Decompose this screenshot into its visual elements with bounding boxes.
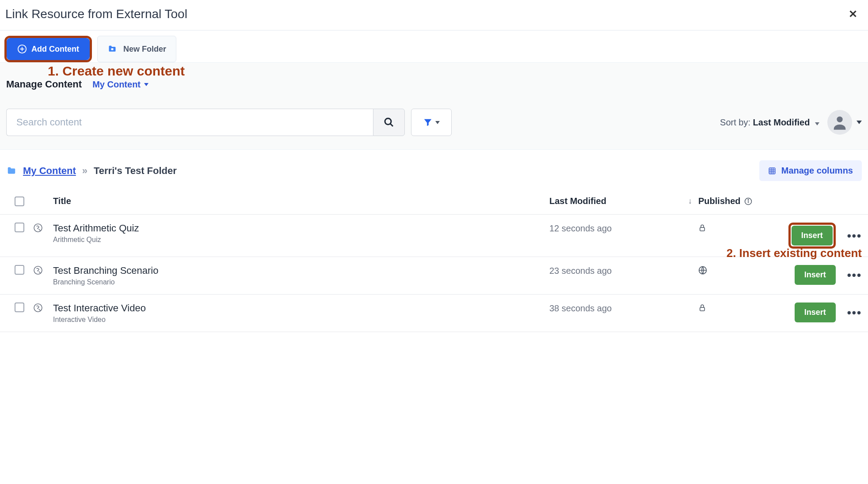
info-icon bbox=[744, 197, 752, 205]
table-row: Test Branching ScenarioBranching Scenari… bbox=[0, 257, 868, 295]
svg-rect-16 bbox=[700, 227, 705, 231]
close-icon[interactable]: ✕ bbox=[843, 8, 863, 20]
svg-point-6 bbox=[837, 117, 842, 122]
row-subtitle: Arithmetic Quiz bbox=[53, 236, 549, 244]
row-published-icon bbox=[698, 265, 773, 275]
sort-prefix: Sort by: bbox=[720, 117, 750, 127]
annotation-highlight-insert: Insert bbox=[788, 223, 836, 249]
breadcrumb-row: My Content » Terri's Test Folder Manage … bbox=[0, 150, 868, 190]
row-modified: 38 seconds ago bbox=[549, 302, 700, 314]
row-modified: 23 seconds ago bbox=[549, 265, 700, 276]
row-modified: 12 seconds ago bbox=[549, 223, 700, 234]
annotation-create: 1. Create new content bbox=[48, 64, 862, 79]
add-content-button[interactable]: Add Content bbox=[7, 38, 90, 60]
column-header-modified[interactable]: Last Modified bbox=[549, 196, 700, 206]
folder-icon bbox=[6, 166, 17, 176]
row-title[interactable]: Test Interactive Video bbox=[53, 302, 549, 314]
column-header-title[interactable]: Title bbox=[50, 196, 549, 206]
content-table: Title Last Modified ↓ Published Test Ari… bbox=[0, 190, 868, 332]
column-header-published[interactable]: Published bbox=[698, 196, 773, 206]
grid-icon bbox=[768, 167, 776, 175]
folder-icon bbox=[107, 45, 117, 53]
manage-content-label: Manage Content bbox=[6, 79, 82, 90]
row-checkbox[interactable] bbox=[15, 265, 24, 275]
primary-toolbar: Add Content New Folder bbox=[0, 30, 868, 62]
table-header: Title Last Modified ↓ Published bbox=[0, 190, 868, 215]
manage-columns-label: Manage columns bbox=[781, 166, 853, 176]
svg-point-14 bbox=[748, 199, 749, 200]
breadcrumb-current: Terri's Test Folder bbox=[94, 165, 177, 177]
select-all-checkbox[interactable] bbox=[15, 197, 24, 206]
content-scope-label: My Content bbox=[92, 79, 141, 90]
search-row: Sort by: Last Modified bbox=[6, 109, 862, 136]
content-type-icon bbox=[33, 265, 43, 276]
search-icon bbox=[384, 117, 394, 128]
row-title[interactable]: Test Branching Scenario bbox=[53, 265, 549, 276]
insert-button[interactable]: Insert bbox=[795, 302, 836, 322]
svg-line-5 bbox=[390, 124, 393, 126]
breadcrumb-separator: » bbox=[82, 165, 88, 177]
published-label: Published bbox=[698, 196, 741, 206]
table-row: Test Interactive VideoInteractive Video3… bbox=[0, 295, 868, 332]
content-type-icon bbox=[33, 302, 43, 313]
modal-header: Link Resource from External Tool ✕ bbox=[0, 0, 868, 30]
row-published-icon bbox=[698, 302, 773, 312]
new-folder-button[interactable]: New Folder bbox=[97, 36, 176, 62]
chevron-down-icon bbox=[144, 83, 148, 86]
plus-circle-icon bbox=[17, 44, 27, 54]
search-wrap bbox=[6, 109, 405, 136]
insert-button[interactable]: Insert bbox=[795, 265, 836, 285]
row-published-icon bbox=[698, 223, 773, 232]
user-menu[interactable] bbox=[827, 110, 862, 135]
more-actions-icon[interactable]: ••• bbox=[847, 269, 862, 281]
search-button[interactable] bbox=[373, 109, 405, 136]
row-subtitle: Interactive Video bbox=[53, 316, 549, 324]
svg-rect-7 bbox=[769, 168, 775, 174]
funnel-icon bbox=[423, 117, 433, 127]
content-scope-dropdown[interactable]: My Content bbox=[92, 79, 148, 90]
content-type-icon bbox=[33, 223, 43, 233]
insert-button[interactable]: Insert bbox=[792, 226, 833, 246]
chevron-down-icon bbox=[857, 121, 862, 124]
sort-descending-icon: ↓ bbox=[688, 197, 692, 206]
manage-columns-button[interactable]: Manage columns bbox=[759, 160, 862, 181]
filter-button[interactable] bbox=[411, 109, 452, 136]
chevron-down-icon bbox=[815, 122, 819, 125]
sort-by[interactable]: Sort by: Last Modified bbox=[720, 117, 819, 128]
add-content-label: Add Content bbox=[31, 45, 79, 54]
row-subtitle: Branching Scenario bbox=[53, 278, 549, 286]
row-checkbox[interactable] bbox=[15, 302, 24, 312]
row-checkbox[interactable] bbox=[15, 223, 24, 232]
filter-band: 1. Create new content Manage Content My … bbox=[0, 62, 868, 150]
new-folder-label: New Folder bbox=[123, 45, 166, 54]
avatar bbox=[827, 110, 852, 135]
page-title: Link Resource from External Tool bbox=[5, 7, 187, 21]
sort-group: Sort by: Last Modified bbox=[720, 110, 862, 135]
person-icon bbox=[831, 113, 849, 131]
manage-content-row: Manage Content My Content bbox=[6, 79, 862, 90]
row-title[interactable]: Test Arithmetic Quiz bbox=[53, 223, 549, 234]
annotation-highlight-add: Add Content bbox=[4, 36, 92, 62]
breadcrumb-root-link[interactable]: My Content bbox=[23, 165, 76, 177]
search-input[interactable] bbox=[6, 109, 373, 136]
more-actions-icon[interactable]: ••• bbox=[847, 307, 862, 318]
more-actions-icon[interactable]: ••• bbox=[847, 230, 862, 242]
chevron-down-icon bbox=[435, 121, 440, 124]
sort-value: Last Modified bbox=[753, 117, 810, 127]
svg-rect-3 bbox=[111, 48, 113, 50]
svg-rect-20 bbox=[700, 307, 705, 311]
breadcrumb: My Content » Terri's Test Folder bbox=[6, 165, 177, 177]
svg-point-4 bbox=[385, 118, 391, 125]
